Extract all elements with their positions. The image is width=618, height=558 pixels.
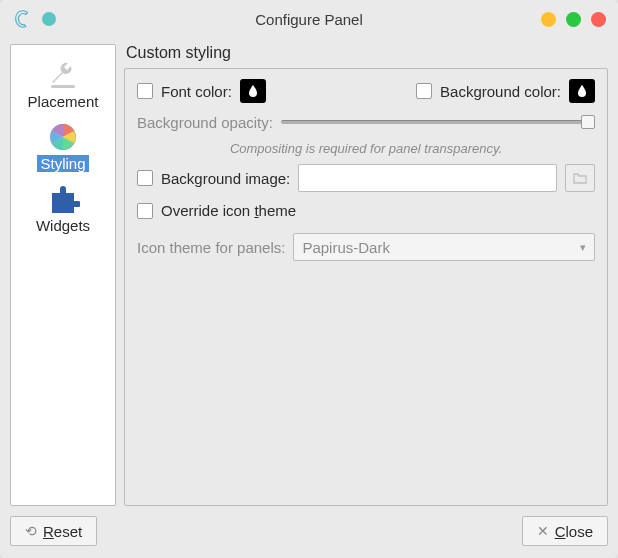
titlebar-left: [12, 8, 112, 30]
reset-label: Reset: [43, 523, 82, 540]
puzzle-icon: [46, 183, 80, 215]
chevron-down-icon: ▾: [580, 241, 586, 254]
body: Placement: [0, 38, 618, 512]
bg-image-label: Background image:: [161, 170, 290, 187]
color-row: Font color: Background color:: [137, 79, 595, 103]
override-theme-label: Override icon theme: [161, 202, 296, 219]
color-wheel-icon: [47, 121, 79, 153]
svg-point-2: [50, 124, 76, 150]
close-window-button[interactable]: [591, 12, 606, 27]
bg-image-browse-button[interactable]: [565, 164, 595, 192]
sidebar-item-label: Widgets: [33, 217, 93, 234]
sidebar-item-label: Placement: [25, 93, 102, 110]
bg-image-checkbox[interactable]: [137, 170, 153, 186]
icon-theme-dropdown[interactable]: Papirus-Dark ▾: [293, 233, 595, 261]
bg-image-input[interactable]: [298, 164, 557, 192]
font-color-label: Font color:: [161, 83, 232, 100]
wrench-icon: [45, 57, 81, 91]
svg-rect-0: [51, 85, 75, 88]
close-button[interactable]: ✕ Close: [522, 516, 608, 546]
sidebar: Placement: [10, 44, 116, 506]
drop-icon: [246, 84, 260, 98]
status-dot: [42, 12, 56, 26]
sidebar-item-placement[interactable]: Placement: [13, 51, 113, 115]
section-title: Custom styling: [126, 44, 608, 62]
reset-button[interactable]: ⟲ Reset: [10, 516, 97, 546]
icon-theme-value: Papirus-Dark: [302, 239, 390, 256]
maximize-button[interactable]: [566, 12, 581, 27]
bg-color-swatch[interactable]: [569, 79, 595, 103]
sidebar-item-label: Styling: [37, 155, 88, 172]
minimize-button[interactable]: [541, 12, 556, 27]
close-icon: ✕: [537, 523, 549, 539]
drop-icon: [575, 84, 589, 98]
bg-color-checkbox[interactable]: [416, 83, 432, 99]
window-controls: [541, 12, 606, 27]
override-theme-checkbox[interactable]: [137, 203, 153, 219]
opacity-slider[interactable]: [281, 113, 595, 131]
styling-panel: Font color: Background color: B: [124, 68, 608, 506]
configure-panel-window: Configure Panel Placement: [0, 0, 618, 558]
bg-color-label: Background color:: [440, 83, 561, 100]
slider-track: [281, 120, 585, 124]
slider-thumb[interactable]: [581, 115, 595, 129]
sidebar-item-styling[interactable]: Styling: [13, 115, 113, 177]
undo-icon: ⟲: [25, 523, 37, 539]
icon-theme-row: Icon theme for panels: Papirus-Dark ▾: [137, 233, 595, 261]
sidebar-item-widgets[interactable]: Widgets: [13, 177, 113, 239]
bg-image-row: Background image:: [137, 164, 595, 192]
opacity-hint: Compositing is required for panel transp…: [137, 141, 595, 156]
override-theme-row: Override icon theme: [137, 202, 595, 219]
close-label: Close: [555, 523, 593, 540]
icon-theme-label: Icon theme for panels:: [137, 239, 285, 256]
opacity-row: Background opacity:: [137, 113, 595, 131]
opacity-label: Background opacity:: [137, 114, 273, 131]
font-color-checkbox[interactable]: [137, 83, 153, 99]
content: Custom styling Font color: Background co…: [124, 44, 608, 506]
font-color-swatch[interactable]: [240, 79, 266, 103]
footer: ⟲ Reset ✕ Close: [0, 512, 618, 558]
titlebar: Configure Panel: [0, 0, 618, 38]
folder-open-icon: [572, 170, 588, 186]
app-logo-icon: [12, 8, 34, 30]
